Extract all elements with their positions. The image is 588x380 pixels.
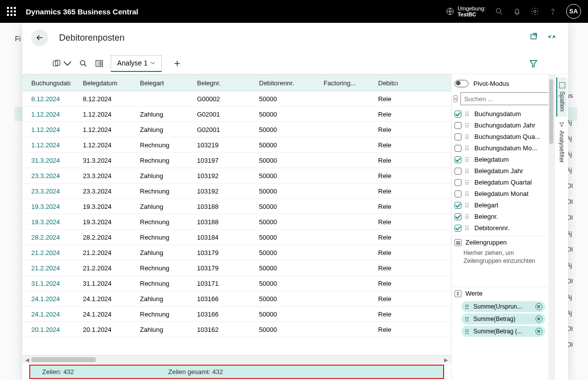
value-chip[interactable]: Summe(Betrag) — [461, 314, 545, 324]
value-chip[interactable]: Summe(Betrag (... — [461, 326, 545, 337]
drag-icon[interactable] — [465, 123, 470, 127]
posting-date-link[interactable]: 21.2.2024 — [22, 264, 77, 272]
field-checkbox[interactable] — [455, 225, 461, 232]
collapse-icon[interactable] — [547, 32, 556, 43]
table-row[interactable]: 19.3.202419.3.2024Zahlung10318850000Rele — [22, 199, 451, 214]
table-row[interactable]: 8.12.20248.12.2024G0000250000Rele — [22, 91, 451, 107]
posting-date-link[interactable]: 1.12.2024 — [22, 141, 77, 149]
table-row[interactable]: 23.3.202423.3.2024Rechnung10319250000Rel… — [22, 184, 451, 199]
horizontal-scrollbar[interactable]: ◀ ▶ — [22, 355, 451, 363]
collapse-fields-button[interactable]: − — [454, 95, 457, 102]
table-row[interactable]: 19.3.202419.3.2024Rechnung10318850000Rel… — [22, 214, 451, 230]
field-item[interactable]: Belegdatum Monat — [452, 188, 548, 199]
field-item[interactable]: Belegdatum Jahr — [452, 165, 548, 177]
pivot-mode-toggle[interactable] — [455, 80, 468, 87]
col-header[interactable]: Debitcı — [372, 79, 402, 87]
back-button[interactable] — [31, 29, 48, 46]
remove-value-icon[interactable] — [535, 316, 542, 322]
field-checkbox[interactable] — [455, 122, 461, 129]
posting-date-link[interactable]: 31.1.2024 — [22, 280, 77, 287]
panel-vertical-scrollbar[interactable] — [548, 74, 554, 380]
gear-icon[interactable] — [530, 7, 539, 16]
field-item[interactable]: Belegdatum — [452, 154, 548, 165]
field-item[interactable]: Buchungsdatum Qua... — [452, 131, 548, 142]
field-item[interactable]: Buchungsdatum Mo... — [452, 142, 548, 154]
avatar[interactable]: SA — [566, 4, 581, 19]
posting-date-link[interactable]: 21.2.2024 — [22, 249, 77, 256]
col-header[interactable]: Factoring... — [318, 79, 372, 87]
environment-indicator[interactable]: Umgebung: TestBC — [446, 5, 486, 17]
field-checkbox[interactable] — [455, 145, 461, 152]
open-new-window-icon[interactable] — [529, 32, 538, 43]
app-launcher-icon[interactable] — [7, 7, 16, 16]
field-item[interactable]: Belegart — [452, 199, 548, 211]
field-checkbox[interactable] — [455, 168, 461, 175]
table-row[interactable]: 31.3.202431.3.2024Rechnung10319750000Rel… — [22, 153, 451, 168]
posting-date-link[interactable]: 19.3.2024 — [22, 203, 77, 210]
field-item[interactable]: Debitorennr. — [452, 222, 548, 234]
analysis-button[interactable] — [95, 59, 104, 68]
field-search-input[interactable] — [460, 92, 549, 105]
drag-icon[interactable] — [465, 169, 470, 173]
col-header[interactable]: Belegart — [134, 79, 191, 87]
value-chip[interactable]: Summe(Ursprun... — [461, 301, 545, 312]
drag-icon[interactable] — [465, 214, 470, 219]
table-row[interactable]: 21.2.202421.2.2024Zahlung10317950000Rele — [22, 245, 451, 260]
posting-date-link[interactable]: 31.3.2024 — [22, 157, 77, 164]
table-row[interactable]: 1.12.20241.12.2024Rechnung10321950000Rel… — [22, 137, 451, 153]
drag-icon[interactable] — [465, 305, 470, 309]
table-row[interactable]: 31.1.202431.1.2024Rechnung10317150000Rel… — [22, 276, 451, 291]
table-row[interactable]: 24.1.202424.1.2024Zahlung10316650000Rele — [22, 291, 451, 307]
posting-date-link[interactable]: 1.12.2024 — [22, 111, 77, 118]
search-button[interactable] — [79, 59, 88, 68]
drag-icon[interactable] — [465, 191, 470, 196]
table-row[interactable]: 24.1.202424.1.2024Rechnung10316650000Rel… — [22, 307, 451, 322]
posting-date-link[interactable]: 8.12.2024 — [22, 95, 77, 103]
drag-icon[interactable] — [465, 226, 470, 230]
help-icon[interactable] — [548, 7, 557, 16]
field-checkbox[interactable] — [455, 133, 461, 140]
col-header[interactable]: Belegdatum — [77, 79, 134, 87]
vtab-columns[interactable]: Spalten — [556, 77, 567, 117]
field-item[interactable]: Buchungsdatum Jahr — [452, 120, 548, 131]
bell-icon[interactable] — [513, 7, 522, 16]
filter-button[interactable] — [528, 59, 538, 68]
add-tab-button[interactable] — [169, 55, 186, 72]
drag-icon[interactable] — [465, 317, 470, 321]
table-row[interactable]: 1.12.20241.12.2024ZahlungG0200150000Rele — [22, 107, 451, 122]
search-icon[interactable] — [495, 7, 504, 16]
col-header[interactable]: Buchungsdatı — [22, 79, 77, 87]
drag-icon[interactable] — [465, 329, 470, 334]
posting-date-link[interactable]: 20.1.2024 — [22, 326, 77, 333]
remove-value-icon[interactable] — [535, 303, 542, 310]
posting-date-link[interactable]: 23.3.2024 — [22, 188, 77, 195]
col-header[interactable]: Belegnr. — [191, 79, 253, 87]
posting-date-link[interactable]: 1.12.2024 — [22, 126, 77, 133]
field-checkbox[interactable] — [455, 111, 461, 118]
field-item[interactable]: Buchungsdatum — [452, 108, 548, 120]
col-header[interactable]: Debitorennr. — [253, 79, 318, 87]
posting-date-link[interactable]: 28.2.2024 — [22, 234, 77, 241]
field-item[interactable]: Belegnr. — [452, 211, 548, 222]
posting-date-link[interactable]: 24.1.2024 — [22, 311, 77, 318]
drag-icon[interactable] — [465, 203, 470, 207]
drag-icon[interactable] — [465, 146, 470, 150]
table-row[interactable]: 21.2.202421.2.2024Rechnung10317950000Rel… — [22, 260, 451, 276]
table-row[interactable]: 20.1.202420.1.2024Zahlung10316250000Rele — [22, 322, 451, 337]
field-checkbox[interactable] — [455, 179, 461, 186]
table-row[interactable]: 28.2.202428.2.2024Rechnung10318450000Rel… — [22, 230, 451, 245]
field-checkbox[interactable] — [455, 213, 461, 220]
drag-icon[interactable] — [465, 180, 470, 185]
remove-value-icon[interactable] — [535, 328, 542, 335]
vtab-filters[interactable]: Analysefilter — [557, 117, 567, 168]
table-row[interactable]: 23.3.202423.3.2024Zahlung10319250000Rele — [22, 168, 451, 184]
field-checkbox[interactable] — [455, 190, 461, 197]
drag-icon[interactable] — [465, 134, 470, 139]
drag-icon[interactable] — [465, 112, 470, 116]
posting-date-link[interactable]: 24.1.2024 — [22, 295, 77, 303]
table-row[interactable]: 1.12.20241.12.2024ZahlungG0200150000Rele — [22, 122, 451, 137]
posting-date-link[interactable]: 23.3.2024 — [22, 172, 77, 180]
share-button[interactable] — [52, 59, 72, 68]
field-checkbox[interactable] — [455, 156, 461, 163]
posting-date-link[interactable]: 19.3.2024 — [22, 218, 77, 226]
